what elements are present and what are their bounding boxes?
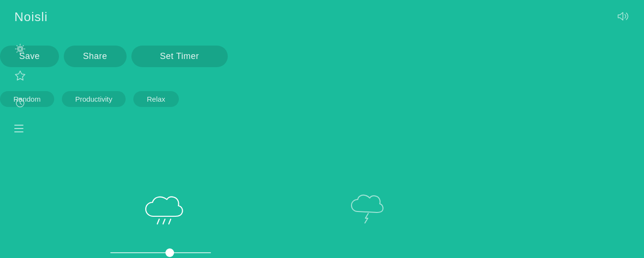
sidebar-item-menu[interactable] [14,124,26,135]
sidebar-item-settings[interactable] [14,43,26,57]
random-preset-button[interactable]: Random [0,91,54,107]
sidebar-item-timer[interactable] [14,97,26,110]
sidebar-item-favorites[interactable] [14,70,26,83]
svg-point-1 [18,47,23,52]
sidebar [14,43,26,135]
app-title: Noisli [14,10,48,24]
main-content [48,0,644,258]
svg-point-0 [19,47,22,50]
